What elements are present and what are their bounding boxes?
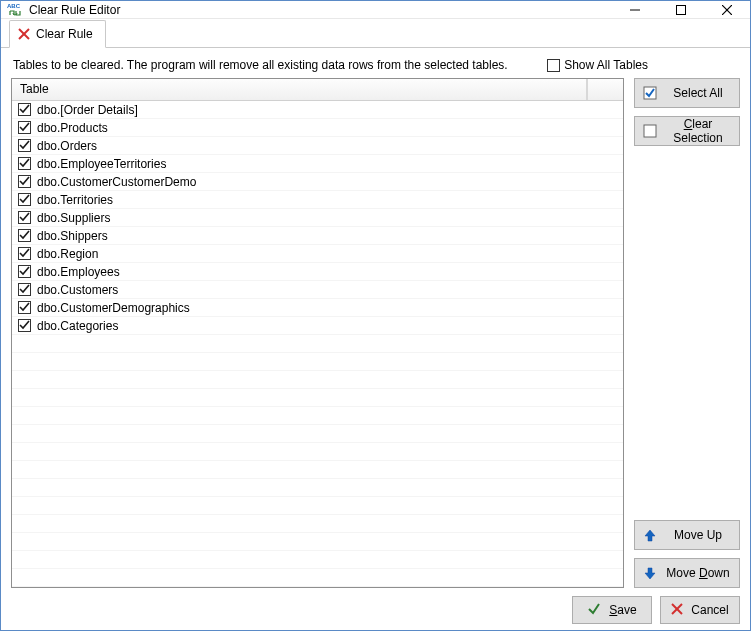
titlebar: ABC Clear Rule Editor: [1, 1, 750, 19]
side-buttons: Select All Clear Selection Move: [634, 78, 740, 588]
table-row[interactable]: dbo.Territories: [12, 191, 623, 209]
window-controls: [612, 1, 750, 18]
maximize-button[interactable]: [658, 1, 704, 18]
row-label: dbo.Region: [37, 247, 98, 261]
minimize-button[interactable]: [612, 1, 658, 18]
save-button[interactable]: Save: [572, 596, 652, 624]
row-label: dbo.Shippers: [37, 229, 108, 243]
move-down-button[interactable]: Move Down: [634, 558, 740, 588]
row-checkbox[interactable]: [18, 157, 31, 170]
check-icon: [587, 602, 601, 619]
empty-row: [12, 551, 623, 569]
show-all-tables-checkbox[interactable]: Show All Tables: [547, 58, 648, 72]
table-header-row: Table: [12, 79, 623, 101]
x-icon: [671, 603, 683, 618]
table-header-cell[interactable]: Table: [12, 79, 587, 100]
empty-row: [12, 497, 623, 515]
move-up-label: Move Up: [665, 528, 731, 542]
empty-row: [12, 479, 623, 497]
table-grid: Table dbo.[Order Details]dbo.Productsdbo…: [11, 78, 624, 588]
empty-row: [12, 569, 623, 587]
arrow-down-icon: [643, 566, 657, 580]
clear-selection-label: Clear Selection: [665, 117, 731, 145]
arrow-up-icon: [643, 528, 657, 542]
row-checkbox[interactable]: [18, 265, 31, 278]
empty-row: [12, 353, 623, 371]
checkbox-box: [547, 59, 560, 72]
description-text: Tables to be cleared. The program will r…: [13, 58, 508, 72]
row-checkbox[interactable]: [18, 229, 31, 242]
row-checkbox[interactable]: [18, 301, 31, 314]
selection-buttons: Select All Clear Selection: [634, 78, 740, 146]
empty-row: [12, 515, 623, 533]
row-label: dbo.Employees: [37, 265, 120, 279]
empty-row: [12, 425, 623, 443]
table-row[interactable]: dbo.Suppliers: [12, 209, 623, 227]
table-body[interactable]: dbo.[Order Details]dbo.Productsdbo.Order…: [12, 101, 623, 587]
show-all-tables-label: Show All Tables: [564, 58, 648, 72]
row-checkbox[interactable]: [18, 139, 31, 152]
save-label: Save: [609, 603, 636, 617]
svg-rect-8: [644, 125, 656, 137]
row-checkbox[interactable]: [18, 193, 31, 206]
row-checkbox[interactable]: [18, 121, 31, 134]
close-button[interactable]: [704, 1, 750, 18]
body: Tables to be cleared. The program will r…: [1, 48, 750, 596]
clear-selection-icon: [643, 124, 657, 138]
window-title: Clear Rule Editor: [29, 3, 612, 17]
empty-row: [12, 533, 623, 551]
row-label: dbo.CustomerCustomerDemo: [37, 175, 196, 189]
table-row[interactable]: dbo.CustomerDemographics: [12, 299, 623, 317]
row-label: dbo.[Order Details]: [37, 103, 138, 117]
row-label: dbo.EmployeeTerritories: [37, 157, 166, 171]
empty-row: [12, 443, 623, 461]
app-icon: ABC: [7, 2, 23, 18]
row-checkbox[interactable]: [18, 103, 31, 116]
move-buttons: Move Up Move Down: [634, 520, 740, 588]
select-all-icon: [643, 86, 657, 100]
footer: Save Cancel: [1, 596, 750, 630]
table-row[interactable]: dbo.EmployeeTerritories: [12, 155, 623, 173]
svg-rect-2: [677, 5, 686, 14]
tab-label: Clear Rule: [36, 27, 93, 41]
tab-bar: Clear Rule: [1, 19, 750, 48]
middle-area: Table dbo.[Order Details]dbo.Productsdbo…: [11, 78, 740, 588]
move-up-button[interactable]: Move Up: [634, 520, 740, 550]
row-checkbox[interactable]: [18, 211, 31, 224]
row-label: dbo.CustomerDemographics: [37, 301, 190, 315]
x-icon: [18, 28, 30, 40]
clear-selection-button[interactable]: Clear Selection: [634, 116, 740, 146]
empty-row: [12, 335, 623, 353]
empty-row: [12, 371, 623, 389]
empty-row: [12, 407, 623, 425]
row-label: dbo.Suppliers: [37, 211, 110, 225]
cancel-label: Cancel: [691, 603, 728, 617]
table-row[interactable]: dbo.Shippers: [12, 227, 623, 245]
row-checkbox[interactable]: [18, 283, 31, 296]
table-row[interactable]: dbo.Categories: [12, 317, 623, 335]
select-all-label: Select All: [665, 86, 731, 100]
row-label: dbo.Categories: [37, 319, 118, 333]
row-label: dbo.Territories: [37, 193, 113, 207]
svg-text:ABC: ABC: [7, 3, 21, 9]
row-checkbox[interactable]: [18, 247, 31, 260]
empty-row: [12, 389, 623, 407]
table-row[interactable]: dbo.Customers: [12, 281, 623, 299]
row-label: dbo.Orders: [37, 139, 97, 153]
table-row[interactable]: dbo.Orders: [12, 137, 623, 155]
select-all-button[interactable]: Select All: [634, 78, 740, 108]
row-checkbox[interactable]: [18, 319, 31, 332]
table-row[interactable]: dbo.Region: [12, 245, 623, 263]
row-label: dbo.Products: [37, 121, 108, 135]
window: ABC Clear Rule Editor Clear Rule: [0, 0, 751, 631]
cancel-button[interactable]: Cancel: [660, 596, 740, 624]
table-row[interactable]: dbo.[Order Details]: [12, 101, 623, 119]
table-row[interactable]: dbo.Employees: [12, 263, 623, 281]
tab-clear-rule[interactable]: Clear Rule: [9, 20, 106, 48]
row-label: dbo.Customers: [37, 283, 118, 297]
table-row[interactable]: dbo.CustomerCustomerDemo: [12, 173, 623, 191]
description-row: Tables to be cleared. The program will r…: [11, 56, 740, 78]
table-row[interactable]: dbo.Products: [12, 119, 623, 137]
row-checkbox[interactable]: [18, 175, 31, 188]
empty-row: [12, 461, 623, 479]
